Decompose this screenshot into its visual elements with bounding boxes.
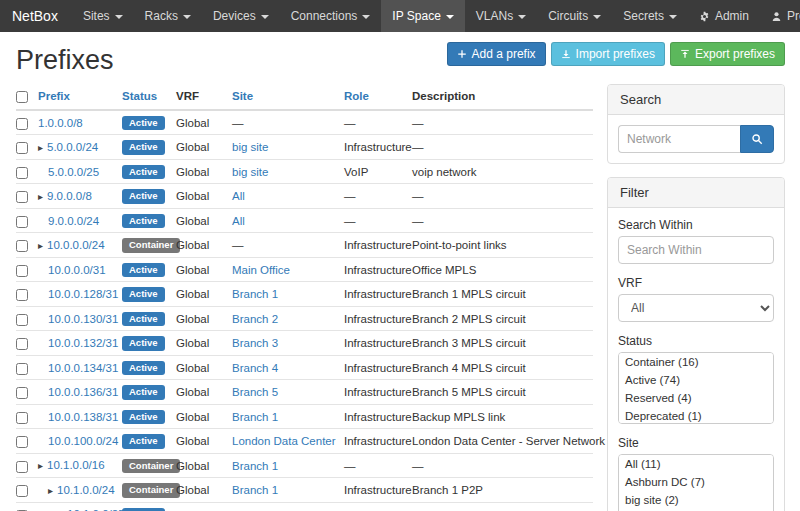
site-link[interactable]: Branch 5 (232, 386, 278, 398)
status-cell: Active (122, 184, 176, 209)
prefix-link[interactable]: 10.0.0.132/31 (48, 337, 118, 349)
brand[interactable]: NetBox (12, 0, 58, 32)
prefix-link[interactable]: 10.1.0.0/24 (57, 484, 115, 496)
prefix-link[interactable]: 10.0.0.134/31 (48, 362, 118, 374)
import-prefixes-button[interactable]: Import prefixes (551, 42, 665, 66)
site-link[interactable]: Branch 2 (232, 313, 278, 325)
search-within-input[interactable] (618, 236, 774, 264)
listbox-option[interactable]: Reserved (4) (619, 389, 773, 407)
row-checkbox[interactable] (16, 387, 28, 399)
listbox-option[interactable]: Deprecated (1) (619, 407, 773, 424)
site-listbox[interactable]: All (11)Ashburn DC (7)big site (2)Branch… (618, 454, 774, 511)
prefix-link[interactable]: 10.1.0.0/16 (47, 459, 105, 471)
row-checkbox[interactable] (16, 191, 28, 203)
site-cell: Branch 1 (232, 404, 344, 429)
expand-arrow-icon[interactable]: ▸ (38, 142, 43, 153)
caret-down-icon (362, 15, 370, 19)
site-link[interactable]: Branch 1 (232, 288, 278, 300)
table-row: ▸5.0.0.0/24ActiveGlobalbig siteInfrastru… (16, 135, 593, 160)
expand-arrow-icon[interactable]: ▸ (38, 191, 43, 202)
prefix-link[interactable]: 9.0.0.0/8 (47, 190, 92, 202)
site-link[interactable]: Branch 3 (232, 337, 278, 349)
site-link[interactable]: Branch 1 (232, 484, 278, 496)
site-link[interactable]: big site (232, 166, 268, 178)
nav-item-vlans[interactable]: VLANs (465, 0, 537, 32)
filter-field-vrf: VRFAll (618, 276, 774, 322)
prefix-link[interactable]: 10.0.0.136/31 (48, 386, 118, 398)
site-link[interactable]: Branch 1 (232, 460, 278, 472)
status-badge: Active (122, 140, 165, 155)
site-cell: — (232, 110, 344, 135)
prefix-link[interactable]: 1.0.0.0/8 (38, 117, 83, 129)
nav-item-ip-space[interactable]: IP Space (381, 0, 464, 32)
search-input[interactable] (618, 125, 740, 153)
select-all-checkbox[interactable] (16, 91, 28, 103)
site-link[interactable]: All (232, 215, 245, 227)
listbox-option[interactable]: Container (16) (619, 353, 773, 371)
nav-item-secrets[interactable]: Secrets (612, 0, 688, 32)
prefix-link[interactable]: 5.0.0.0/25 (48, 166, 99, 178)
add-a-prefix-button[interactable]: Add a prefix (447, 42, 546, 66)
prefix-link[interactable]: 10.0.0.0/24 (47, 239, 105, 251)
prefix-link[interactable]: 10.0.100.0/24 (48, 435, 118, 447)
site-link[interactable]: London Data Center (232, 435, 336, 447)
listbox-option[interactable]: Active (74) (619, 371, 773, 389)
expand-arrow-icon[interactable]: ▸ (38, 460, 43, 471)
column-header-prefix[interactable]: Prefix (38, 84, 122, 110)
site-link[interactable]: Branch 4 (232, 362, 278, 374)
prefix-link[interactable]: 9.0.0.0/24 (48, 215, 99, 227)
row-checkbox[interactable] (16, 216, 28, 228)
row-checkbox[interactable] (16, 412, 28, 424)
site-link[interactable]: Main Office (232, 264, 290, 276)
row-checkbox[interactable] (16, 118, 28, 130)
site-link[interactable]: big site (232, 141, 268, 153)
status-cell: Container (122, 453, 176, 478)
nav-profile[interactable]: Profile (760, 0, 800, 32)
site-link[interactable]: All (232, 190, 245, 202)
nav-item-racks[interactable]: Racks (134, 0, 202, 32)
prefix-link[interactable]: 10.0.0.130/31 (48, 313, 118, 325)
role-cell: — (344, 208, 412, 233)
expand-arrow-icon[interactable]: ▸ (48, 485, 53, 496)
row-checkbox[interactable] (16, 240, 28, 252)
listbox-option[interactable]: Ashburn DC (7) (619, 473, 773, 491)
nav-item-devices[interactable]: Devices (202, 0, 280, 32)
expand-arrow-icon[interactable]: ▸ (38, 240, 43, 251)
row-checkbox[interactable] (16, 461, 28, 473)
prefix-cell: 10.0.0.138/31 (38, 404, 122, 429)
search-submit-button[interactable] (740, 125, 774, 153)
status-cell: Active (122, 380, 176, 405)
prefix-cell: 10.0.0.136/31 (38, 380, 122, 405)
row-checkbox[interactable] (16, 142, 28, 154)
nav-admin[interactable]: Admin (688, 0, 760, 32)
row-checkbox[interactable] (16, 314, 28, 326)
prefix-link[interactable]: 10.0.0.0/31 (48, 264, 106, 276)
prefix-link[interactable]: 10.0.0.128/31 (48, 288, 118, 300)
row-checkbox[interactable] (16, 363, 28, 375)
column-header-status[interactable]: Status (122, 84, 176, 110)
vrf-cell: Global (176, 453, 232, 478)
filter-label-site: Site (618, 436, 774, 450)
row-checkbox[interactable] (16, 289, 28, 301)
row-checkbox[interactable] (16, 436, 28, 448)
status-listbox[interactable]: Container (16)Active (74)Reserved (4)Dep… (618, 352, 774, 424)
nav-item-connections[interactable]: Connections (280, 0, 382, 32)
column-header-site[interactable]: Site (232, 84, 344, 110)
column-header-role[interactable]: Role (344, 84, 412, 110)
row-checkbox[interactable] (16, 167, 28, 179)
row-checkbox[interactable] (16, 265, 28, 277)
listbox-option[interactable]: All (11) (619, 455, 773, 473)
vrf-select[interactable]: All (618, 294, 774, 322)
vrf-cell: Global (176, 331, 232, 356)
nav-item-circuits[interactable]: Circuits (537, 0, 612, 32)
prefix-cell: 9.0.0.0/24 (38, 208, 122, 233)
export-prefixes-button[interactable]: Export prefixes (670, 42, 785, 66)
row-checkbox[interactable] (16, 485, 28, 497)
listbox-option[interactable]: big site (2) (619, 491, 773, 509)
site-link[interactable]: Branch 1 (232, 411, 278, 423)
prefix-link[interactable]: 10.0.0.138/31 (48, 411, 118, 423)
nav-item-sites[interactable]: Sites (72, 0, 134, 32)
status-badge: Active (122, 189, 165, 204)
prefix-link[interactable]: 5.0.0.0/24 (47, 141, 98, 153)
row-checkbox[interactable] (16, 338, 28, 350)
